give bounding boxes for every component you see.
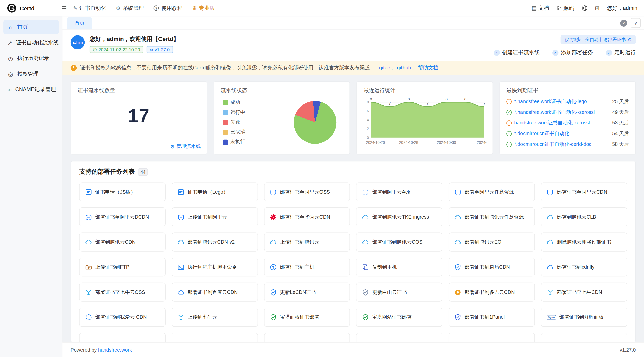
task-card[interactable]: 执行远程主机脚本命令 [172,258,258,276]
pipeline-status-card: 流水线状态 成功运行中失败已取消未执行 [214,81,350,154]
sidebar-item-2[interactable]: ◷执行历史记录 [3,51,59,66]
shield-icon [454,264,461,271]
task-card[interactable]: 部署证书至阿里云DCDN [79,207,166,226]
task-card-clipped[interactable] [541,333,627,342]
onboarding-step-2[interactable]: ✓添加部署任务 [552,49,593,56]
task-card[interactable]: 部署证书至华为云CDN [264,207,350,226]
handsfree-link[interactable]: handsfree.work [98,347,132,353]
promo-pill[interactable]: 仅需3步，全自动申请部署证书⊙ [560,35,636,44]
task-card[interactable]: 复制到本机 [356,258,442,276]
notice-link-gitee[interactable]: gitee [379,65,390,71]
task-card[interactable]: 更新白山云证书 [356,283,442,302]
task-card[interactable]: 删除腾讯云即将过期证书 [541,233,627,252]
manage-pipelines-link[interactable]: ⚙管理流水线 [170,143,201,150]
task-label: 部署到腾讯云CLB [557,213,596,221]
task-card[interactable]: 部署证书至阿里云CDN [541,183,627,201]
task-card[interactable]: 证书申请（JS版） [79,183,166,201]
task-card[interactable]: 部署证书到易盾CDN [449,258,535,276]
legend-item: 成功 [223,99,294,106]
brand[interactable]: Certd [7,3,55,13]
check-circle-icon: ✓ [506,131,512,136]
sidebar-item-1[interactable]: ↗证书自动化流水线 [3,35,59,50]
user-greeting[interactable]: 您好，admin [607,4,637,12]
cert-link[interactable]: handsfree.work证书自动化-zerossl [514,120,610,127]
menu-collapse-icon[interactable]: ☰ [62,5,67,11]
top-nav: ✎证书自动化⚙系统管理?使用教程♛专业版 [73,4,525,12]
welcome-badges: ◷2024-11-02 22:10:20 ∞v1.27.0 [90,46,179,53]
avatar[interactable]: admin [71,35,85,49]
task-card-clipped[interactable] [264,333,350,342]
warning-circle-icon: ! [506,99,512,104]
task-card-clipped[interactable] [356,333,442,342]
task-card-clipped[interactable] [449,333,535,342]
nav-item-0[interactable]: ✎证书自动化 [73,4,106,12]
task-card[interactable]: 上传证书到腾讯云 [264,233,350,252]
cert-link[interactable]: *.docmirror.cn证书自动化-certd-doc [514,141,610,148]
cloud-icon [177,289,184,296]
task-card[interactable]: 部署证书到多吉云CDN [449,283,535,302]
task-card[interactable]: 上传证书到FTP [79,258,166,276]
tabs-dropdown-icon[interactable]: ∨ [631,18,641,28]
version-badge[interactable]: ∞v1.27.0 [147,46,173,53]
legend-label: 已取消 [230,129,245,136]
notice-link-github[interactable]: github [397,65,411,71]
cert-link[interactable]: *.handsfree.work证书自动化--zerossl [514,109,610,116]
tab-home[interactable]: 首页 [67,17,92,29]
legend-item: 已取消 [223,129,294,136]
promo-text: 仅需3步，全自动申请部署证书 [565,37,626,43]
nav-item-label: 系统管理 [123,4,144,12]
nav-item-2[interactable]: ?使用教程 [154,4,182,12]
task-card-clipped[interactable] [172,333,258,342]
globe-icon[interactable] [581,5,587,11]
nav-item-3[interactable]: ♛专业版 [192,4,215,12]
sidebar-item-4[interactable]: ∞CNAME记录管理 [3,82,59,97]
cert-link[interactable]: *.docmirror.cn证书自动化 [514,130,610,137]
step-label: 定时运行 [615,49,636,56]
svg-text:2024-10-28: 2024-10-28 [399,140,418,145]
nav-item-1[interactable]: ⚙系统管理 [116,4,144,12]
synology-icon: Syno [547,315,556,319]
task-card[interactable]: 部署到腾讯云EO [449,233,535,252]
docs-link[interactable]: ▤ 文档 [532,4,549,12]
task-card[interactable]: 更新LeCDN证书 [264,283,350,302]
task-card[interactable]: 上传到七牛云 [172,308,258,327]
task-card[interactable]: 部署证书至阿里云OSS [264,183,350,201]
task-card[interactable]: Syno部署证书到群晖面板 [541,308,627,327]
task-card[interactable]: 部署证书至七牛云OSS [79,283,166,302]
gear-icon: ⚙ [170,144,175,149]
source-link[interactable]: 源码 [556,4,574,12]
pipeline-count-card: 证书流水线数量 17 ⚙管理流水线 [71,81,207,154]
task-card[interactable]: 部署证书到百度云CDN [172,283,258,302]
task-card[interactable]: 部署证书到cdnfly [541,258,627,276]
task-label: 宝塔面板证书部署 [280,314,319,321]
task-card[interactable]: 部署至阿里云任意资源 [449,183,535,201]
task-card[interactable]: 部署到腾讯云CLB [541,207,627,226]
cert-link[interactable]: *.handsfree.work证书自动化-lego [514,98,610,105]
sidebar-item-3[interactable]: ◎授权管理 [3,66,59,81]
onboarding-step-3[interactable]: ✓定时运行 [606,49,636,56]
task-card[interactable]: 证书申请（Lego） [172,183,258,201]
task-card[interactable]: 部署证书到1Panel [449,308,535,327]
task-card[interactable]: 部署证书到主机 [264,258,350,276]
task-card[interactable]: 部署到腾讯云TKE-ingress [356,207,442,226]
task-card[interactable]: 部署到阿里云Ack [356,183,442,201]
doge-icon [454,289,461,296]
sidebar-item-0[interactable]: ⌂首页 [3,20,59,34]
expiring-cert-row: !handsfree.work证书自动化-zerossl53 天后 [506,120,629,127]
task-card-clipped[interactable] [79,333,166,342]
task-card[interactable]: 上传证书到阿里云 [172,207,258,226]
task-card[interactable]: 宝塔面板证书部署 [264,308,350,327]
layout-icon[interactable]: ⊞ [595,5,599,11]
close-all-tabs-icon[interactable]: × [620,20,627,27]
card-title: 最近运行统计 [364,87,486,94]
task-card[interactable]: 部署证书到腾讯云任意资源 [449,207,535,226]
task-card[interactable]: 部署证书至七牛CDN [541,283,627,302]
notice-link-帮助文档[interactable]: 帮助文档 [418,65,438,71]
onboarding-step-1[interactable]: ✓创建证书流水线 [494,49,540,56]
task-card[interactable]: 宝塔网站证书部署 [356,308,442,327]
task-card[interactable]: 部署证书到我爱云 CDN [79,308,166,327]
task-card[interactable]: 部署到腾讯云CDN-v2 [172,233,258,252]
task-card[interactable]: 部署证书到腾讯云COS [356,233,442,252]
task-label: 部署到腾讯云CDN-v2 [188,238,235,245]
task-card[interactable]: 部署到腾讯云CDN [79,233,166,252]
